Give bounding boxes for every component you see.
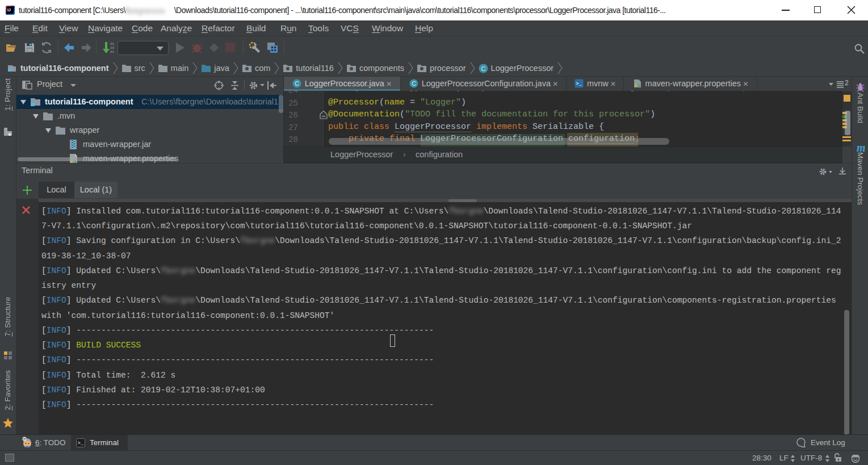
svg-text:C: C — [412, 80, 416, 87]
svg-text:01: 01 — [110, 50, 115, 54]
svg-text:01: 01 — [110, 42, 115, 46]
svg-text:C: C — [481, 65, 485, 72]
svg-text:>_: >_ — [576, 81, 582, 87]
svg-text:10: 10 — [110, 46, 115, 50]
svg-text:>_: >_ — [78, 441, 84, 446]
svg-text:C: C — [295, 80, 299, 87]
